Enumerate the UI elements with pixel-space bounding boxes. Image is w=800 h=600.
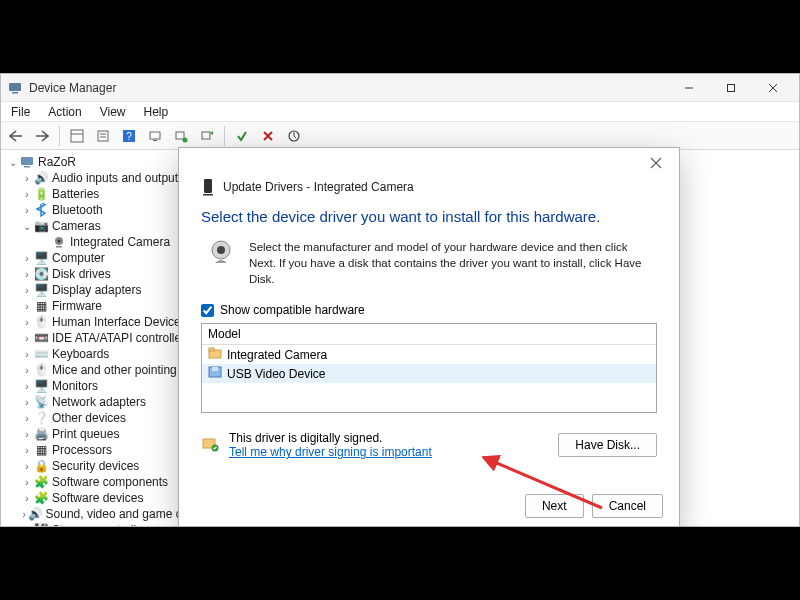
svg-text:?: ? [126, 131, 132, 142]
svg-rect-22 [24, 166, 30, 168]
svg-rect-13 [150, 132, 160, 139]
svg-rect-28 [204, 179, 212, 193]
security-icon: 🔒 [33, 459, 49, 473]
chevron-down-icon: ⌄ [21, 221, 33, 232]
speaker-icon: 🔊 [33, 171, 49, 185]
show-hide-tree-button[interactable] [66, 125, 88, 147]
display-icon: 🖥️ [33, 283, 49, 297]
printer-icon: 🖨️ [33, 427, 49, 441]
svg-rect-21 [21, 157, 33, 165]
storage-icon: 💾 [33, 523, 49, 526]
model-list-header: Model [202, 324, 656, 345]
chip-icon: ▦ [33, 299, 49, 313]
show-compatible-label: Show compatible hardware [220, 303, 365, 317]
minimize-button[interactable] [669, 77, 709, 99]
svg-rect-35 [212, 367, 218, 371]
svg-rect-14 [153, 140, 157, 141]
chevron-down-icon: ⌄ [7, 157, 19, 168]
mouse-icon: 🖱️ [33, 363, 49, 377]
dialog-heading: Update Drivers - Integrated Camera [223, 180, 414, 194]
back-button[interactable] [5, 125, 27, 147]
menu-file[interactable]: File [7, 104, 34, 120]
hid-icon: 🖱️ [33, 315, 49, 329]
show-compatible-checkbox[interactable] [201, 304, 214, 317]
dialog-instruction: Select the device driver you want to ins… [179, 208, 679, 239]
svg-point-31 [217, 246, 225, 254]
tree-root-label: RaZoR [38, 155, 76, 169]
svg-point-24 [58, 240, 61, 243]
dialog-description: Select the manufacturer and model of you… [249, 239, 657, 287]
model-item[interactable]: Integrated Camera [202, 345, 656, 364]
signing-link[interactable]: Tell me why driver signing is important [229, 445, 432, 459]
uninstall-device-button[interactable] [257, 125, 279, 147]
svg-rect-8 [98, 131, 108, 141]
app-icon [7, 80, 23, 96]
menu-action[interactable]: Action [44, 104, 85, 120]
software-icon: 🧩 [33, 491, 49, 505]
update-drivers-dialog: Update Drivers - Integrated Camera Selec… [178, 147, 680, 527]
svg-rect-0 [9, 83, 21, 91]
properties-button[interactable] [92, 125, 114, 147]
maximize-button[interactable] [711, 77, 751, 99]
scan-hardware-button[interactable] [144, 125, 166, 147]
cancel-button[interactable]: Cancel [592, 494, 663, 518]
driver-disk-icon [208, 366, 222, 381]
monitor-icon: 🖥️ [33, 379, 49, 393]
menu-help[interactable]: Help [140, 104, 173, 120]
sound-icon: 🔊 [28, 507, 43, 521]
computer-icon [19, 155, 35, 169]
device-icon [201, 178, 215, 196]
svg-rect-1 [12, 92, 18, 94]
titlebar: Device Manager [1, 74, 799, 102]
computer-icon: 🖥️ [33, 251, 49, 265]
enable-device-button[interactable] [231, 125, 253, 147]
disk-icon: 💽 [33, 267, 49, 281]
svg-point-16 [183, 137, 188, 142]
menu-view[interactable]: View [96, 104, 130, 120]
keyboard-icon: ⌨️ [33, 347, 49, 361]
driver-folder-icon [208, 347, 222, 362]
close-button[interactable] [753, 77, 793, 99]
svg-rect-15 [176, 132, 184, 139]
svg-rect-3 [728, 84, 735, 91]
scan-changes-button[interactable] [283, 125, 305, 147]
window-title: Device Manager [29, 81, 669, 95]
toolbar: ? [1, 122, 799, 150]
svg-rect-6 [71, 130, 83, 142]
other-icon: ❔ [33, 411, 49, 425]
update-driver-button[interactable] [196, 125, 218, 147]
model-item-selected[interactable]: USB Video Device [202, 364, 656, 383]
cpu-icon: ▦ [33, 443, 49, 457]
have-disk-button[interactable]: Have Disk... [558, 433, 657, 457]
next-button[interactable]: Next [525, 494, 584, 518]
webcam-large-icon [207, 239, 235, 267]
forward-button[interactable] [31, 125, 53, 147]
battery-icon: 🔋 [33, 187, 49, 201]
model-list[interactable]: Model Integrated Camera USB Video Device [201, 323, 657, 413]
webcam-icon [51, 235, 67, 249]
add-hardware-button[interactable] [170, 125, 192, 147]
svg-rect-25 [56, 246, 62, 248]
ide-icon: 📼 [33, 331, 49, 345]
signed-icon [201, 436, 219, 454]
svg-rect-29 [203, 194, 213, 196]
network-icon: 📡 [33, 395, 49, 409]
svg-rect-33 [209, 348, 214, 351]
camera-icon: 📷 [33, 219, 49, 233]
software-icon: 🧩 [33, 475, 49, 489]
bluetooth-icon [33, 203, 49, 217]
dialog-close-button[interactable] [641, 151, 671, 175]
menubar: File Action View Help [1, 102, 799, 122]
help-button[interactable]: ? [118, 125, 140, 147]
signed-text: This driver is digitally signed. [229, 431, 432, 445]
svg-rect-17 [202, 132, 210, 139]
